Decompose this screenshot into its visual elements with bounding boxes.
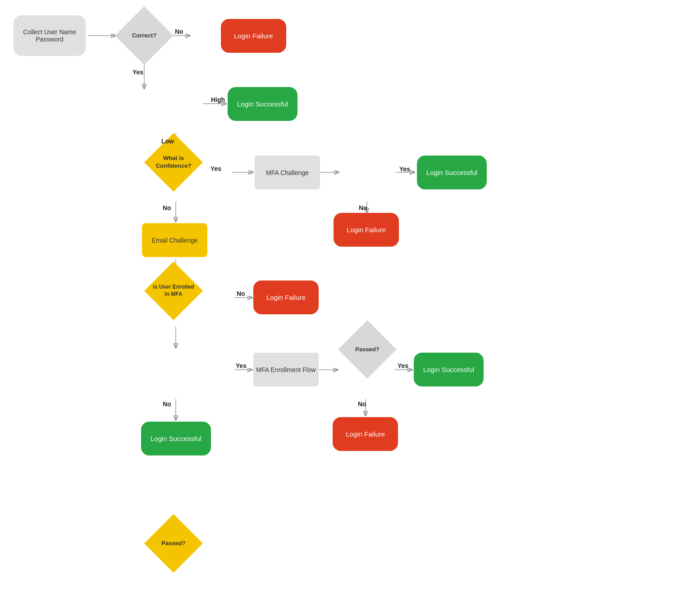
- confidence-label: What is Confidence?: [149, 155, 198, 170]
- mfa-enrollment-flow: MFA Enrollment Flow: [253, 353, 319, 386]
- passed2-label: Passed?: [151, 540, 196, 547]
- no1-label: No: [175, 28, 183, 35]
- no3-label: No: [163, 204, 171, 211]
- passed1-label: Passed?: [345, 346, 390, 354]
- login-failure-1-label: Login Failure: [234, 32, 273, 40]
- collect-node: Collect User Name Password: [14, 15, 86, 56]
- email-challenge-label: Email Challenge: [152, 237, 198, 244]
- no4-label: No: [237, 290, 245, 297]
- low-label: Low: [161, 138, 174, 145]
- login-successful-1-label: Login Successful: [237, 100, 288, 108]
- correct-diamond: Correct?: [115, 6, 174, 65]
- login-failure-3: Login Failure: [253, 280, 319, 314]
- login-failure-4: Login Failure: [333, 417, 398, 451]
- enrolled-diamond: Is User Enrolled In MFA: [144, 262, 203, 320]
- high-label: High: [211, 96, 225, 103]
- login-successful-4-label: Login Successful: [151, 435, 201, 442]
- no6-label: No: [358, 400, 366, 408]
- enrolled-label: Is User Enrolled In MFA: [151, 284, 196, 298]
- mfa-challenge: MFA Challenge: [255, 156, 320, 189]
- passed1-diamond: Passed?: [338, 320, 397, 379]
- mfa-enrollment-flow-label: MFA Enrollment Flow: [256, 366, 316, 373]
- correct-label: Correct?: [122, 32, 167, 40]
- yes5-label: Yes: [398, 362, 408, 369]
- yes3-label: Yes: [399, 165, 410, 173]
- login-failure-1: Login Failure: [221, 19, 286, 53]
- yes2-label: Yes: [210, 165, 221, 172]
- passed2-diamond: Passed?: [144, 514, 203, 573]
- login-successful-4: Login Successful: [141, 422, 211, 455]
- no2-label: No: [359, 204, 367, 211]
- login-successful-2: Login Successful: [417, 156, 487, 189]
- login-failure-2-label: Login Failure: [347, 226, 386, 234]
- login-successful-1: Login Successful: [228, 87, 297, 121]
- login-successful-3: Login Successful: [414, 353, 484, 386]
- flowchart: Collect User Name Password Correct? No L…: [0, 0, 677, 616]
- no5-label: No: [163, 400, 171, 408]
- mfa-challenge-label: MFA Challenge: [266, 169, 309, 176]
- login-failure-3-label: Login Failure: [266, 294, 306, 301]
- email-challenge: Email Challenge: [142, 223, 207, 257]
- login-successful-2-label: Login Successful: [426, 169, 477, 176]
- yes1-label: Yes: [133, 69, 143, 76]
- login-failure-4-label: Login Failure: [346, 430, 385, 438]
- yes4-label: Yes: [236, 362, 247, 369]
- login-successful-3-label: Login Successful: [423, 366, 474, 373]
- collect-label: Collect User Name Password: [23, 28, 76, 43]
- login-failure-2: Login Failure: [334, 213, 399, 247]
